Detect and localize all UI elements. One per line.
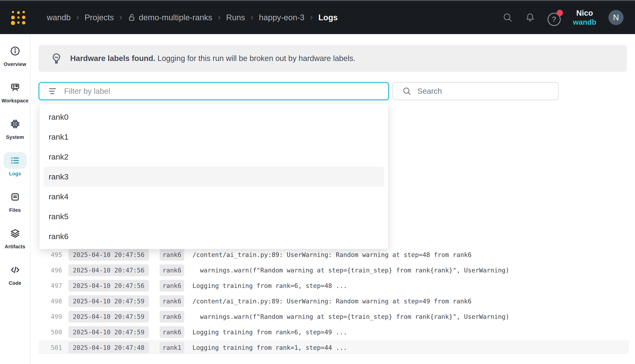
breadcrumb-entity[interactable]: wandb bbox=[47, 13, 71, 22]
dropdown-option-label: rank5 bbox=[49, 212, 68, 221]
log-line-number: 495 bbox=[38, 251, 62, 258]
sidebar-item-label: Files bbox=[9, 208, 21, 213]
log-rank-badge: rank6 bbox=[160, 264, 184, 276]
dropdown-option-label: rank2 bbox=[49, 152, 68, 161]
top-navbar: wandb › Projects › demo-multiple-ranks ›… bbox=[0, 1, 635, 34]
log-timestamp-badge: 2025-04-10 20:47:59 bbox=[68, 311, 149, 322]
log-timestamp-badge: 2025-04-10 20:47:56 bbox=[68, 280, 149, 292]
dropdown-option-label: rank1 bbox=[49, 132, 68, 142]
log-line-number: 497 bbox=[38, 282, 62, 290]
sidebar-item-workspace[interactable]: Workspace bbox=[0, 73, 30, 110]
dropdown-option[interactable]: rank5 bbox=[44, 206, 384, 226]
log-timestamp-badge: 2025-04-10 20:47:59 bbox=[68, 295, 149, 307]
log-search-input[interactable] bbox=[417, 86, 553, 96]
chevron-right-icon: › bbox=[310, 12, 313, 22]
breadcrumb-run-name[interactable]: happy-eon-3 bbox=[259, 13, 304, 22]
sidebar-item-files[interactable]: Files bbox=[0, 182, 30, 219]
dropdown-option-label: rank4 bbox=[49, 192, 68, 201]
sidebar-item-label: Logs bbox=[9, 171, 21, 177]
sidebar-item-label: Code bbox=[9, 280, 22, 286]
sidebar-item-label: Overview bbox=[4, 62, 26, 67]
bell-icon[interactable] bbox=[525, 12, 535, 23]
breadcrumb-projects[interactable]: Projects bbox=[84, 13, 114, 22]
log-line-number: 500 bbox=[38, 328, 62, 336]
layers-icon bbox=[4, 225, 27, 242]
log-row[interactable]: 495 2025-04-10 20:47:56 rank6 /content/a… bbox=[38, 247, 629, 262]
log-timestamp-badge: 2025-04-10 20:47:56 bbox=[68, 249, 149, 261]
dropdown-option[interactable]: rank6 bbox=[44, 226, 384, 246]
log-rank-badge: rank6 bbox=[160, 311, 184, 322]
sidebar-item-label: Workspace bbox=[2, 98, 28, 104]
log-viewer[interactable]: 495 2025-04-10 20:47:56 rank6 /content/a… bbox=[38, 247, 629, 354]
log-row[interactable]: 500 2025-04-10 20:47:59 rank6 Logging tr… bbox=[38, 324, 629, 340]
cpu-chip-icon bbox=[4, 116, 27, 132]
log-rank-badge: rank6 bbox=[160, 295, 184, 307]
label-filter-dropdown: rank0 rank1 rank2 rank3 rank4 rank5 rank… bbox=[39, 104, 388, 249]
wandb-logo-icon[interactable] bbox=[10, 10, 26, 26]
sidebar-item-overview[interactable]: Overview bbox=[0, 37, 30, 73]
sidebar-item-logs[interactable]: Logs bbox=[0, 146, 30, 182]
log-row[interactable]: 496 2025-04-10 20:47:56 rank6 warnings.w… bbox=[38, 262, 629, 278]
dropdown-option-label: rank6 bbox=[49, 232, 68, 241]
log-message: Logging training from rank=6, step=49 ..… bbox=[192, 328, 347, 336]
dropdown-option[interactable]: rank3 bbox=[44, 167, 384, 186]
sidebar-item-system[interactable]: System bbox=[0, 110, 30, 146]
user-name: Nico bbox=[573, 8, 596, 18]
document-icon bbox=[4, 189, 27, 205]
log-row[interactable]: 498 2025-04-10 20:47:59 rank6 /content/a… bbox=[38, 294, 629, 309]
sidebar-item-label: System bbox=[6, 134, 24, 140]
banner-message: Logging for this run will be broken out … bbox=[155, 54, 356, 63]
code-icon bbox=[4, 262, 27, 278]
log-message: warnings.warn(f"Random warning at step={… bbox=[192, 313, 509, 320]
dropdown-option-label: rank3 bbox=[49, 172, 68, 181]
chevron-right-icon: › bbox=[218, 12, 220, 22]
log-message: /content/ai_train.py:89: UserWarning: Ra… bbox=[192, 251, 472, 258]
navbar-actions: ? Nico wandb N bbox=[502, 8, 624, 26]
dropdown-option[interactable]: rank1 bbox=[44, 127, 384, 147]
sidebar-item-code[interactable]: Code bbox=[0, 256, 30, 292]
log-row[interactable]: 499 2025-04-10 20:47:59 rank6 warnings.w… bbox=[38, 309, 629, 324]
dropdown-option-label: rank0 bbox=[49, 112, 68, 122]
log-message: Logging training from rank=6, step=48 ..… bbox=[192, 282, 347, 290]
run-sidebar: Overview Workspace System bbox=[0, 34, 30, 364]
log-message: Logging training from rank=1, step=44 ..… bbox=[192, 344, 347, 351]
breadcrumb-project-name[interactable]: demo-multiple-ranks bbox=[139, 13, 212, 22]
log-line-number: 498 bbox=[38, 298, 62, 305]
search-icon[interactable] bbox=[502, 12, 513, 23]
list-icon bbox=[4, 152, 27, 169]
sidebar-item-artifacts[interactable]: Artifacts bbox=[0, 219, 30, 256]
log-message: /content/ai_train.py:89: UserWarning: Ra… bbox=[192, 298, 472, 305]
log-rank-badge: rank6 bbox=[160, 326, 184, 338]
dropdown-option[interactable]: rank4 bbox=[44, 186, 384, 206]
filter-by-label-input[interactable] bbox=[64, 86, 382, 96]
sidebar-item-label: Artifacts bbox=[4, 244, 25, 250]
unlock-icon bbox=[128, 13, 136, 22]
log-row[interactable]: 497 2025-04-10 20:47:56 rank6 Logging tr… bbox=[38, 278, 629, 294]
lightbulb-icon bbox=[50, 52, 62, 64]
workspace-board-icon bbox=[4, 79, 27, 96]
hardware-labels-banner: Hardware labels found. Logging for this … bbox=[38, 45, 627, 72]
banner-text: Hardware labels found. Logging for this … bbox=[70, 54, 356, 63]
search-icon bbox=[402, 86, 412, 96]
filter-by-label-box bbox=[38, 82, 389, 100]
log-row[interactable]: 501 2025-04-10 20:47:48 rank1 Logging tr… bbox=[38, 340, 629, 354]
breadcrumb-runs[interactable]: Runs bbox=[226, 13, 245, 22]
notification-dot bbox=[557, 10, 563, 16]
help-button[interactable]: ? bbox=[548, 11, 561, 24]
chevron-right-icon: › bbox=[250, 12, 253, 22]
log-message: warnings.warn(f"Random warning at step={… bbox=[192, 266, 509, 274]
breadcrumb-logs-current: Logs bbox=[318, 13, 338, 22]
log-line-number: 501 bbox=[38, 344, 62, 351]
banner-title: Hardware labels found. bbox=[70, 54, 155, 63]
dropdown-option[interactable]: rank0 bbox=[44, 107, 384, 127]
log-rank-badge: rank6 bbox=[160, 280, 184, 292]
log-search-box bbox=[392, 82, 559, 100]
user-team: wandb bbox=[573, 18, 596, 26]
log-rank-badge: rank6 bbox=[160, 249, 184, 261]
dropdown-option[interactable]: rank2 bbox=[44, 147, 384, 167]
user-menu[interactable]: Nico wandb bbox=[573, 8, 596, 26]
filter-lines-icon bbox=[48, 86, 58, 96]
log-timestamp-badge: 2025-04-10 20:47:59 bbox=[68, 326, 149, 338]
log-line-number: 499 bbox=[38, 313, 62, 320]
avatar[interactable]: N bbox=[608, 10, 624, 25]
